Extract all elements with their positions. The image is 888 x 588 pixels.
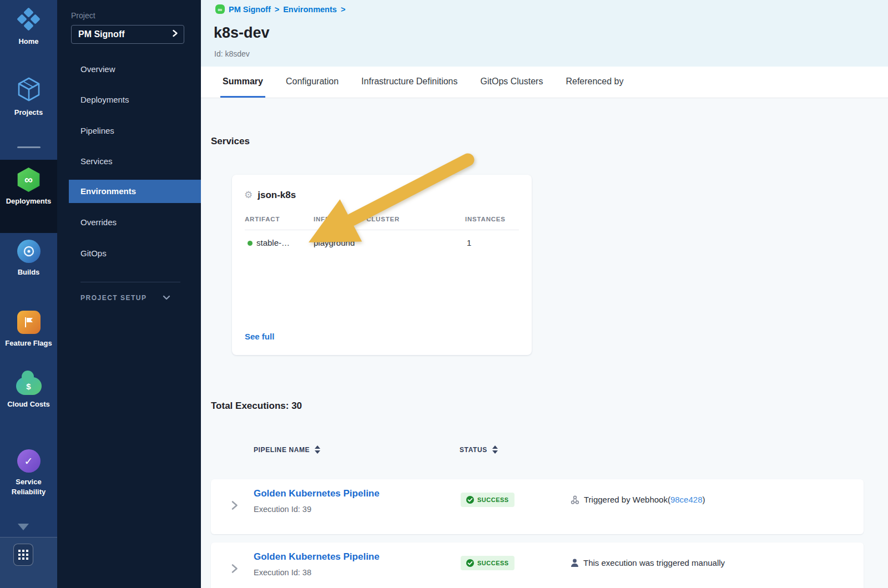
column-instances: INSTANCES — [465, 216, 506, 222]
pipeline-name-link[interactable]: Golden Kubernetes Pipeline — [254, 551, 380, 562]
project-selector-value: PM Signoff — [72, 29, 172, 39]
feature-flags-icon — [17, 311, 41, 334]
grid-icon — [18, 550, 28, 560]
status-dot-icon — [248, 241, 253, 246]
total-executions-heading: Total Executions: 30 — [211, 401, 302, 412]
main-area: ∞ PM Signoff > Environments > k8s-dev Id… — [201, 0, 888, 588]
sidebar-item-services[interactable]: Services — [57, 150, 201, 173]
execution-row[interactable]: Golden Kubernetes Pipeline Execution Id:… — [211, 479, 864, 534]
tab-infrastructure-definitions[interactable]: Infrastructure Definitions — [359, 67, 460, 98]
success-check-icon — [466, 496, 474, 504]
trigger-text: This execution was triggered manually — [583, 558, 725, 567]
sidebar-item-deployments[interactable]: Deployments — [57, 88, 201, 111]
rail-item-feature-flags[interactable]: Feature Flags — [0, 311, 57, 348]
collapse-chevron-icon[interactable] — [18, 524, 29, 530]
see-full-link[interactable]: See full — [245, 332, 274, 341]
app-root: Home Projects ∞ Deployments — [0, 0, 888, 588]
cluster-cell: playground — [314, 238, 355, 247]
rail-divider-handle[interactable] — [17, 146, 41, 148]
module-rail: Home Projects ∞ Deployments — [0, 0, 57, 588]
trigger-info: Triggered by Webhook(98ce428) — [571, 495, 705, 504]
rail-item-label: Home — [0, 37, 57, 47]
cloud-costs-icon: $ — [16, 377, 42, 395]
project-selector[interactable]: PM Signoff — [71, 25, 184, 44]
services-heading: Services — [211, 136, 250, 147]
rail-item-projects[interactable]: Projects — [0, 77, 57, 118]
execution-row[interactable]: Golden Kubernetes Pipeline Execution Id:… — [211, 543, 864, 588]
rail-item-label: Service Reliability — [0, 477, 57, 496]
project-setup-label: PROJECT SETUP — [80, 294, 147, 302]
rail-item-cloud-costs[interactable]: $ Cloud Costs — [0, 377, 57, 409]
success-check-icon — [466, 559, 474, 567]
status-badge: SUCCESS — [461, 493, 514, 507]
rail-item-label: Builds — [0, 267, 57, 277]
sidebar-item-environments[interactable]: Environments — [69, 180, 201, 203]
column-pipeline-name[interactable]: PIPELINE NAME — [254, 445, 320, 454]
commit-link[interactable]: 98ce428 — [670, 495, 703, 504]
page-title: k8s-dev — [214, 24, 270, 42]
rail-item-home[interactable]: Home — [0, 8, 57, 47]
service-reliability-icon: ✓ — [17, 449, 41, 473]
service-card-title: ⚙ json-k8s — [244, 189, 296, 201]
card-divider — [245, 230, 519, 230]
deployments-icon: ∞ — [17, 168, 41, 192]
page-id: Id: k8sdev — [214, 49, 250, 58]
sidebar-divider — [80, 282, 180, 282]
service-name: json-k8s — [258, 190, 296, 201]
rail-item-label: Deployments — [0, 196, 57, 206]
sort-icon — [492, 445, 498, 454]
sidebar-item-gitops[interactable]: GitOps — [57, 242, 201, 265]
rail-item-builds[interactable]: Builds — [0, 240, 57, 277]
trigger-text: Triggered by Webhook(98ce428) — [584, 495, 705, 504]
artifact-cell: stable-… — [248, 238, 290, 247]
webhook-icon — [571, 495, 579, 504]
project-section-label: Project — [71, 11, 95, 20]
rail-item-deployments[interactable]: ∞ Deployments — [0, 168, 57, 206]
trigger-info: This execution was triggered manually — [571, 558, 725, 567]
sidebar-item-overrides[interactable]: Overrides — [57, 211, 201, 234]
chevron-right-icon — [172, 29, 178, 39]
sort-icon — [315, 445, 320, 454]
user-icon — [571, 559, 579, 567]
breadcrumb-environments[interactable]: Environments — [283, 5, 337, 14]
project-setup-toggle[interactable]: PROJECT SETUP — [80, 294, 180, 302]
tab-configuration[interactable]: Configuration — [284, 67, 341, 98]
chevron-down-icon — [163, 294, 170, 302]
tab-summary[interactable]: Summary — [220, 67, 265, 98]
home-icon — [0, 8, 57, 33]
breadcrumb-separator: > — [341, 5, 345, 14]
breadcrumb: ∞ PM Signoff > Environments > — [215, 4, 345, 14]
rail-bottom-section — [0, 537, 57, 588]
sidebar-item-pipelines[interactable]: Pipelines — [57, 119, 201, 143]
module-grid-button[interactable] — [13, 544, 33, 566]
execution-id: Execution Id: 38 — [254, 568, 311, 577]
builds-icon — [17, 240, 41, 263]
page-header: ∞ PM Signoff > Environments > k8s-dev Id… — [201, 0, 888, 67]
rail-item-label: Feature Flags — [0, 338, 57, 348]
sidebar-item-overview[interactable]: Overview — [57, 58, 201, 81]
execution-id: Execution Id: 39 — [254, 505, 311, 514]
tab-content: Services ⚙ json-k8s ARTIFACT INFRA/GITOP… — [201, 98, 888, 588]
service-card[interactable]: ⚙ json-k8s ARTIFACT INFRA/GITOPS CLUSTER… — [232, 175, 532, 355]
pipeline-name-link[interactable]: Golden Kubernetes Pipeline — [254, 488, 380, 499]
tab-referenced-by[interactable]: Referenced by — [563, 67, 625, 98]
column-artifact: ARTIFACT — [245, 216, 280, 222]
tab-bar: Summary Configuration Infrastructure Def… — [201, 67, 888, 98]
cd-module-icon: ∞ — [215, 4, 225, 14]
rail-item-service-reliability[interactable]: ✓ Service Reliability — [0, 449, 57, 496]
chevron-right-icon[interactable] — [231, 564, 238, 576]
project-sidebar: Project PM Signoff Overview Deployments … — [57, 0, 201, 588]
instances-cell: 1 — [467, 238, 471, 247]
gear-icon: ⚙ — [244, 189, 253, 201]
breadcrumb-separator: > — [275, 5, 279, 14]
tab-gitops-clusters[interactable]: GitOps Clusters — [478, 67, 546, 98]
rail-item-label: Projects — [0, 108, 57, 118]
status-badge: SUCCESS — [461, 556, 514, 570]
projects-icon — [0, 77, 57, 104]
chevron-right-icon[interactable] — [231, 500, 238, 513]
breadcrumb-project[interactable]: PM Signoff — [229, 5, 271, 14]
column-infra-gitops-cluster: INFRA/GITOPS CLUSTER — [314, 216, 400, 222]
rail-item-label: Cloud Costs — [0, 399, 57, 409]
column-status[interactable]: STATUS — [460, 445, 498, 454]
